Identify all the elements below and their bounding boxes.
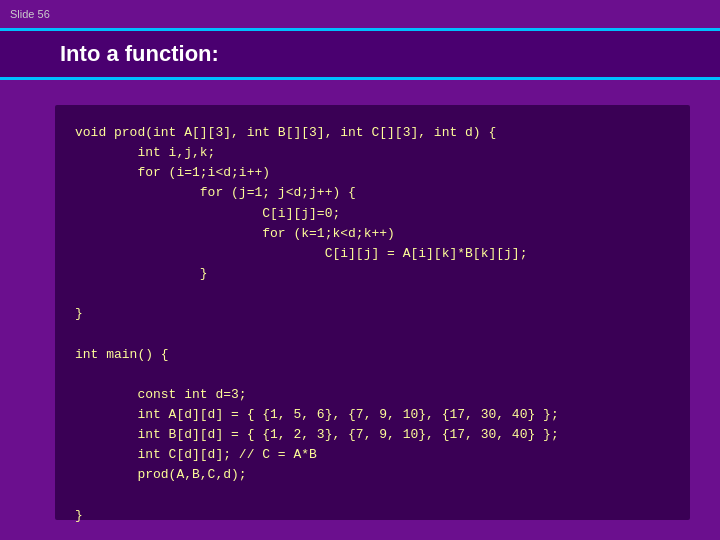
slide-container: Slide 56 Into a function: void prod(int …	[0, 0, 720, 540]
slide-title: Into a function:	[60, 41, 219, 66]
slide-number: Slide 56	[10, 8, 50, 20]
title-bar: Into a function:	[0, 28, 720, 80]
code-block: void prod(int A[][3], int B[][3], int C[…	[75, 123, 670, 526]
code-area: void prod(int A[][3], int B[][3], int C[…	[55, 105, 690, 520]
